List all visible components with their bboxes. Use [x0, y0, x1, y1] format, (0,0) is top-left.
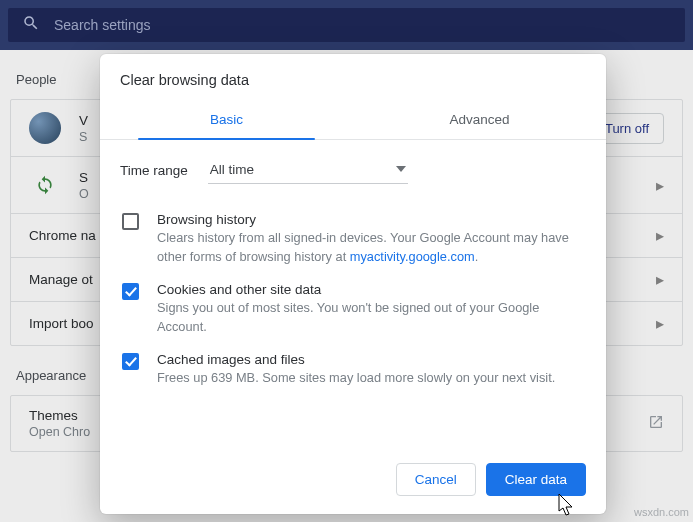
- option-title: Cached images and files: [157, 352, 584, 367]
- time-range-value: All time: [210, 162, 254, 177]
- option-title: Browsing history: [157, 212, 584, 227]
- time-range-row: Time range All time: [120, 156, 586, 184]
- checkbox-cache[interactable]: [122, 353, 139, 370]
- myactivity-link[interactable]: myactivity.google.com: [350, 249, 475, 264]
- option-cookies: Cookies and other site data Signs you ou…: [120, 272, 586, 342]
- option-title: Cookies and other site data: [157, 282, 584, 297]
- clear-data-button[interactable]: Clear data: [486, 463, 586, 496]
- option-browsing-history: Browsing history Clears history from all…: [120, 202, 586, 272]
- option-cache: Cached images and files Frees up 639 MB.…: [120, 342, 586, 394]
- checkbox-browsing-history[interactable]: [122, 213, 139, 230]
- tab-advanced[interactable]: Advanced: [353, 100, 606, 139]
- cancel-button[interactable]: Cancel: [396, 463, 476, 496]
- time-range-label: Time range: [120, 163, 188, 178]
- dialog-title: Clear browsing data: [100, 54, 606, 100]
- time-range-select[interactable]: All time: [208, 156, 408, 184]
- checkbox-cookies[interactable]: [122, 283, 139, 300]
- chevron-down-icon: [396, 162, 406, 177]
- clear-browsing-data-dialog: Clear browsing data Basic Advanced Time …: [100, 54, 606, 514]
- tab-basic[interactable]: Basic: [100, 100, 353, 139]
- dialog-tabs: Basic Advanced: [100, 100, 606, 140]
- option-desc: Clears history from all signed-in device…: [157, 229, 584, 266]
- option-desc: Frees up 639 MB. Some sites may load mor…: [157, 369, 584, 388]
- option-desc: Signs you out of most sites. You won't b…: [157, 299, 584, 336]
